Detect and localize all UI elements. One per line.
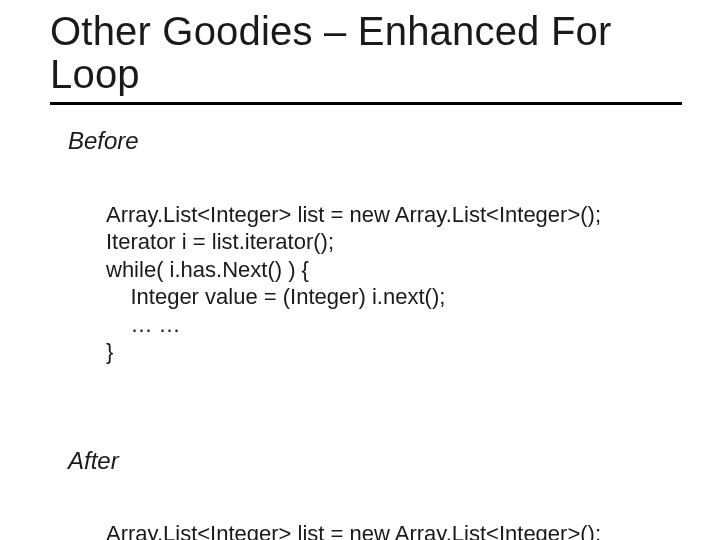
before-code-block: Array.List<Integer> list = new Array.Lis… (106, 173, 690, 421)
after-code-block: Array.List<Integer> list = new Array.Lis… (106, 493, 690, 540)
slide: Other Goodies – Enhanced For Loop Before… (0, 0, 720, 540)
code-line: Integer value = (Integer) i.next(); (106, 283, 690, 311)
code-line: Iterator i = list.iterator(); (106, 228, 690, 256)
code-line: … … (106, 311, 690, 339)
before-label: Before (68, 127, 690, 155)
title-underline (50, 102, 682, 105)
code-line: while( i.has.Next() ) { (106, 256, 690, 284)
slide-title: Other Goodies – Enhanced For Loop (50, 10, 690, 96)
code-line: Array.List<Integer> list = new Array.Lis… (106, 520, 690, 540)
after-label: After (68, 447, 690, 475)
code-line: Array.List<Integer> list = new Array.Lis… (106, 201, 690, 229)
code-line: } (106, 338, 690, 366)
